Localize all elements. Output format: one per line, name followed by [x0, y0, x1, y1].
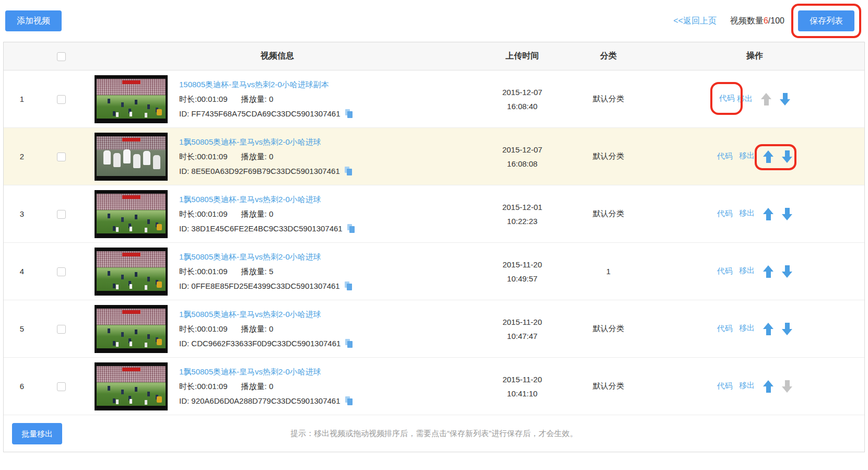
category: 默认分类 [572, 151, 645, 161]
copy-id-icon[interactable] [347, 224, 356, 233]
row-checkbox[interactable] [57, 267, 66, 276]
video-duration: 时长:00:01:09 [179, 152, 228, 161]
move-down-arrow-icon[interactable] [782, 208, 792, 220]
row-checkbox[interactable] [57, 95, 66, 104]
row-index: 6 [4, 382, 40, 391]
move-down-arrow-icon [782, 380, 792, 393]
header-checkbox-cell [40, 51, 82, 61]
table-header-row: 视频信息 上传时间 分类 操作 [4, 42, 864, 70]
remove-link[interactable]: 移出 [739, 266, 755, 275]
upload-time: 2015-12-0716:08:40 [473, 85, 572, 113]
video-thumbnail[interactable] [95, 362, 168, 410]
video-id: ID: FF7435F68A75CDA69C33DC5901307461 [179, 109, 341, 118]
move-up-arrow-icon[interactable] [763, 208, 773, 220]
video-count-current: 6 [764, 16, 768, 25]
header-upload-time: 上传时间 [473, 49, 572, 64]
move-up-arrow-icon[interactable] [763, 150, 773, 163]
copy-id-icon[interactable] [345, 109, 354, 119]
remove-link[interactable]: 移出 [739, 381, 755, 390]
row-index: 2 [4, 152, 40, 161]
table-row: 3 1飘50805奥迪杯-皇马vs热刺2-0小哈进球 时长:00:01:09播放… [4, 185, 864, 243]
copy-id-icon[interactable] [345, 167, 353, 176]
video-count-label: 视频数量 [730, 16, 764, 25]
table-row: 2 1飘50805奥迪杯-皇马vs热刺2-0小哈进球 时长:00:01:09播放… [4, 128, 864, 185]
move-up-arrow-icon [761, 93, 771, 105]
row-checkbox[interactable] [57, 382, 66, 391]
upload-time: 2015-12-0110:22:23 [473, 200, 572, 228]
video-duration: 时长:00:01:09 [179, 209, 228, 218]
video-title-link[interactable]: 150805奥迪杯-皇马vs热刺2-0小哈进球副本 [179, 80, 354, 90]
video-plays: 播放量: 0 [241, 382, 274, 391]
video-duration: 时长:00:01:09 [179, 267, 228, 276]
category: 默认分类 [572, 324, 645, 334]
video-title-link[interactable]: 1飘50805奥迪杯-皇马vs热刺2-0小哈进球 [179, 252, 353, 262]
row-index: 1 [4, 95, 40, 103]
back-to-previous-link[interactable]: <<返回上页 [673, 16, 717, 27]
category: 1 [572, 267, 645, 276]
remove-link[interactable]: 移出 [739, 208, 755, 217]
code-link[interactable]: 代码 [717, 208, 733, 217]
header-actions: 操作 [645, 51, 864, 62]
category: 默认分类 [572, 94, 645, 104]
remove-link[interactable]: 移出 [737, 93, 753, 102]
row-checkbox[interactable] [57, 325, 66, 334]
copy-id-icon[interactable] [345, 281, 353, 291]
video-title-link[interactable]: 1飘50805奥迪杯-皇马vs热刺2-0小哈进球 [179, 367, 354, 377]
video-plays: 播放量: 5 [241, 267, 274, 276]
video-title-link[interactable]: 1飘50805奥迪杯-皇马vs热刺2-0小哈进球 [179, 137, 353, 147]
code-link[interactable]: 代码 [719, 93, 735, 102]
row-index: 5 [4, 324, 40, 333]
upload-time: 2015-12-0716:08:08 [473, 143, 572, 171]
code-link[interactable]: 代码 [717, 381, 733, 390]
table-row: 5 1飘50805奥迪杯-皇马vs热刺2-0小哈进球 时长:00:01:09播放… [4, 300, 864, 358]
video-id: ID: 920A6D6D0A288D779C33DC5901307461 [179, 396, 341, 405]
upload-time: 2015-11-2010:49:57 [473, 257, 572, 286]
add-video-button[interactable]: 添加视频 [5, 10, 62, 31]
copy-id-icon[interactable] [345, 339, 354, 348]
video-count-total: /100 [768, 16, 784, 25]
video-plays: 播放量: 0 [241, 324, 274, 333]
video-thumbnail[interactable] [95, 190, 168, 238]
select-all-checkbox[interactable] [57, 52, 66, 61]
move-down-arrow-icon[interactable] [782, 323, 792, 335]
table-row: 6 1飘50805奥迪杯-皇马vs热刺2-0小哈进球 时长:00:01:09播放… [4, 358, 864, 415]
header-video-info: 视频信息 [82, 51, 473, 62]
code-link[interactable]: 代码 [717, 266, 733, 275]
remove-link[interactable]: 移出 [739, 323, 755, 332]
upload-time: 2015-11-2010:41:10 [473, 372, 572, 401]
video-thumbnail[interactable] [95, 133, 168, 181]
save-hint-text: 提示：移出视频或拖动视频排序后，需要点击“保存新列表”进行保存后，才会生效。 [4, 429, 864, 439]
row-checkbox[interactable] [57, 210, 66, 219]
video-id: ID: 38D1E45C6FE2E4BC9C33DC5901307461 [179, 224, 343, 233]
move-down-arrow-icon[interactable] [782, 150, 792, 163]
batch-remove-button[interactable]: 批量移出 [12, 423, 62, 444]
video-plays: 播放量: 0 [241, 209, 274, 218]
video-duration: 时长:00:01:09 [179, 324, 228, 333]
move-down-arrow-icon[interactable] [780, 93, 790, 105]
video-count: 视频数量6/100 [730, 16, 784, 27]
remove-link[interactable]: 移出 [739, 151, 755, 160]
save-list-button[interactable]: 保存列表 [798, 10, 854, 31]
code-link[interactable]: 代码 [717, 323, 733, 332]
video-title-link[interactable]: 1飘50805奥迪杯-皇马vs热刺2-0小哈进球 [179, 310, 354, 320]
move-down-arrow-icon[interactable] [782, 265, 792, 278]
video-thumbnail[interactable] [95, 305, 168, 353]
video-duration: 时长:00:01:09 [179, 95, 228, 103]
code-link[interactable]: 代码 [717, 151, 733, 160]
category: 默认分类 [572, 381, 645, 391]
video-title-link[interactable]: 1飘50805奥迪杯-皇马vs热刺2-0小哈进球 [179, 195, 356, 205]
table-row: 1 150805奥迪杯-皇马vs热刺2-0小哈进球副本 时长:00:01:09播… [4, 70, 864, 128]
row-index: 4 [4, 267, 40, 276]
move-up-arrow-icon[interactable] [763, 265, 773, 278]
video-id: ID: 8E5E0A63D92F69B79C33DC5901307461 [179, 167, 340, 175]
table-footer: 提示：移出视频或拖动视频排序后，需要点击“保存新列表”进行保存后，才会生效。 批… [4, 415, 864, 452]
video-id: ID: 0FFE8E85FD25E4399C33DC5901307461 [179, 281, 340, 290]
video-thumbnail[interactable] [95, 248, 168, 296]
upload-time: 2015-11-2010:47:47 [473, 315, 572, 343]
move-up-arrow-icon[interactable] [763, 380, 773, 393]
video-plays: 播放量: 0 [241, 95, 274, 103]
move-up-arrow-icon[interactable] [763, 323, 773, 335]
copy-id-icon[interactable] [345, 396, 354, 406]
video-thumbnail[interactable] [95, 75, 168, 123]
row-checkbox[interactable] [57, 152, 66, 161]
